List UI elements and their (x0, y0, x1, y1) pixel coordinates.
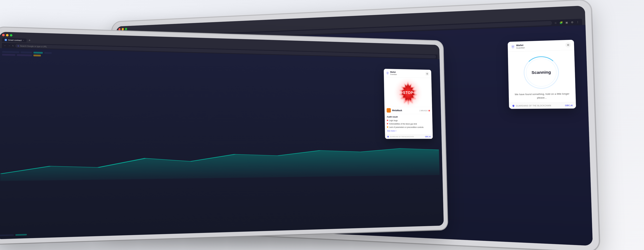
scanning-found-text: We have found something, hold on a littl… (509, 92, 576, 102)
maximize-button-back[interactable] (125, 28, 127, 30)
gear-button-stop[interactable]: ⚙ (425, 72, 429, 76)
new-tab-button-front[interactable]: + (27, 38, 32, 43)
wg-logo-stop: Wallet Guardian (386, 71, 397, 75)
scanning-ring: Scanning (523, 56, 559, 89)
stop-popup-footer: GUARDIANS OF THE BLOCKCHAIN GBC.AI (385, 134, 433, 139)
audit-title: Audit result (387, 115, 430, 118)
wg-logo-scanning: Wallet Guardian (511, 44, 525, 49)
tab-favicon-front: G (5, 39, 7, 41)
laptop-front-screen: G Smart contract × + ← → ↻ G Search Goog… (0, 32, 444, 239)
laptop-front: G Smart contract × + ← → ↻ G Search Goog… (0, 27, 448, 244)
menu-icon-back[interactable]: ⋮ (576, 20, 580, 24)
forward-nav-front[interactable]: → (8, 44, 10, 47)
page-content-front: Wallet Guardian ⚙ (0, 48, 444, 239)
wg-name-scanning: Wallet Guardian (516, 44, 525, 49)
shield-icon-stop (386, 71, 389, 75)
tab-label-front: Smart contract (8, 39, 22, 42)
audit-item-1: Logic bugs (387, 119, 430, 122)
url-text-front: Search Google or type a URL (20, 45, 47, 48)
time-ago: 1 MIN AGO (420, 110, 430, 112)
metamask-label-text: MetaMask (392, 109, 402, 112)
google-g-front: G (18, 45, 19, 47)
maximize-button-front[interactable] (10, 34, 12, 37)
shield-icon-scanning (511, 45, 515, 49)
audit-dot-1 (387, 120, 388, 121)
footer-gbc-scanning: GBC.AI (565, 104, 573, 106)
stop-popup: Wallet Guardian ⚙ (384, 69, 433, 139)
stop-label-text: Stop (403, 90, 414, 95)
close-button-front[interactable] (2, 34, 5, 36)
metamask-row: MetaMask 1 MIN AGO (384, 107, 432, 114)
scanning-footer: GUARDIANS OF THE BLOCKCHAIN GBC.AI (509, 102, 576, 109)
tab-smart-contract-front[interactable]: G Smart contract × (2, 38, 27, 42)
footer-guardians-stop: GUARDIANS OF THE BLOCKCHAIN (387, 136, 414, 138)
scanning-circle-area: Scanning (508, 50, 576, 93)
trading-bg-front (0, 48, 444, 239)
audit-item-text-3: Lack of parameters or precondition contr… (389, 126, 424, 129)
refresh-nav-front[interactable]: ↻ (12, 45, 14, 47)
back-nav-front[interactable]: ← (4, 44, 6, 47)
scanning-label: Scanning (532, 70, 551, 75)
footer-shield-icon-scanning (512, 104, 515, 107)
puzzle-icon-back[interactable]: 🧩 (559, 21, 563, 25)
gear-icon-back[interactable]: ⚙ (570, 20, 574, 24)
close-button-back[interactable] (118, 28, 121, 31)
stop-blob: Stop (396, 80, 420, 105)
metamask-icon (386, 108, 391, 112)
tab-close-front[interactable]: × (23, 39, 24, 42)
audit-dot-3 (387, 126, 388, 128)
footer-gbc-stop: GBC.AI (425, 136, 431, 138)
audit-item-text-2: Vulnerabilities of the block gas limit (389, 123, 417, 125)
scanning-popup: Wallet Guardian ⚙ Scanning We have found… (508, 40, 576, 109)
browser-front: G Smart contract × + ← → ↻ G Search Goog… (0, 32, 444, 239)
window-icon-back[interactable]: ▣ (564, 21, 568, 24)
footer-shield-icon-stop (387, 136, 389, 138)
audit-item-2: Vulnerabilities of the block gas limit (387, 122, 430, 125)
chart-area-front (0, 144, 440, 181)
gear-button-scanning[interactable]: ⚙ (565, 42, 571, 48)
audit-section: Audit result Logic bugs Vulnerabilities … (384, 114, 433, 134)
stop-popup-header: Wallet Guardian ⚙ (384, 69, 431, 78)
metamask-info: MetaMask (386, 108, 402, 112)
see-more-link[interactable]: See more > (387, 129, 431, 133)
bookmark-icon-back[interactable]: ☆ (554, 21, 558, 25)
minimize-button-front[interactable] (6, 34, 8, 37)
chart-line-front (0, 144, 440, 181)
metamask-fox-icon (388, 109, 390, 112)
stop-icon-area: Stop (384, 77, 432, 107)
minimize-button-back[interactable] (122, 28, 124, 30)
footer-guardians-scanning: GUARDIANS OF THE BLOCKCHAIN (512, 104, 551, 107)
scanning-popup-header: Wallet Guardian ⚙ (508, 40, 574, 52)
audit-dot-2 (387, 123, 388, 124)
audit-item-text-1: Logic bugs (389, 119, 398, 122)
audit-item-3: Lack of parameters or precondition contr… (387, 126, 430, 129)
wg-name-stop: Wallet Guardian (390, 71, 397, 75)
alert-icon (428, 110, 430, 111)
toolbar-icons-back: ☆ 🧩 ▣ ⚙ ⋮ (554, 20, 580, 25)
